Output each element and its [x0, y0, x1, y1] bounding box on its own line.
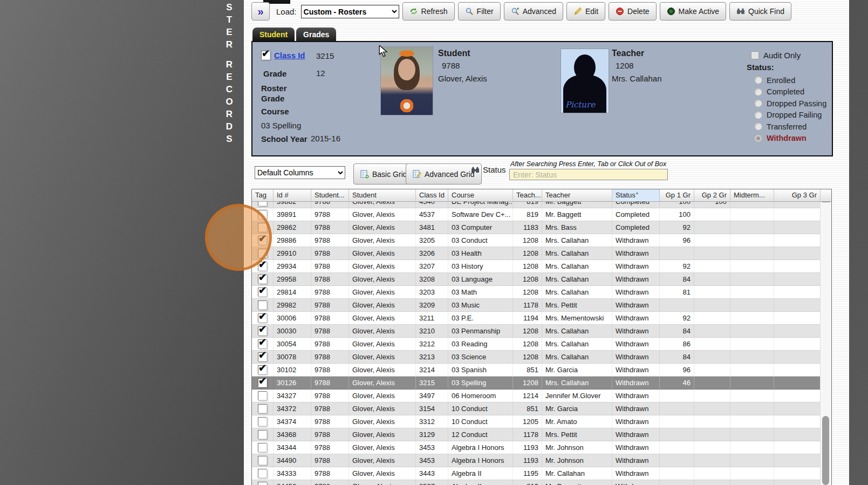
column-header-class-id[interactable]: Class Id: [416, 189, 448, 201]
row-tag-checkbox[interactable]: [258, 288, 267, 297]
make-active-button[interactable]: Make Active: [660, 2, 726, 21]
row-tag-checkbox[interactable]: [258, 417, 267, 426]
grid-vertical-scrollbar[interactable]: [820, 189, 831, 485]
row-tag-checkbox[interactable]: [258, 430, 267, 439]
row-tag-checkbox[interactable]: [258, 201, 267, 206]
status-search-input[interactable]: [509, 169, 668, 180]
row-tag-checkbox[interactable]: [258, 404, 267, 413]
table-row[interactable]: 300549788Glover, Alexis321203 Reading120…: [252, 338, 821, 351]
table-row[interactable]: 301029788Glover, Alexis321403 Spanish851…: [252, 364, 821, 377]
table-row[interactable]: 300309788Glover, Alexis321003 Penmanship…: [252, 325, 821, 338]
radio-icon[interactable]: [754, 88, 762, 96]
expand-button[interactable]: »: [251, 2, 270, 21]
radio-icon[interactable]: [754, 122, 762, 131]
column-header-course[interactable]: Course: [448, 189, 513, 201]
cell-id: 29934: [274, 260, 311, 272]
column-header-teach-[interactable]: Teach...: [513, 189, 542, 201]
student-id: 9788: [442, 61, 557, 70]
cell-gp1: 86: [660, 338, 694, 350]
table-row[interactable]: 298149788Glover, Alexis320303 Math1208Mr…: [252, 286, 821, 299]
table-row[interactable]: 299829788Glover, Alexis320903 Music1178M…: [252, 299, 821, 312]
row-tag-checkbox[interactable]: [258, 482, 267, 485]
row-tag-checkbox[interactable]: [258, 469, 267, 478]
row-tag-checkbox[interactable]: [258, 365, 267, 374]
cell-id: 30030: [274, 325, 311, 337]
course-value: 03 Spelling: [261, 121, 301, 130]
table-row[interactable]: 343689788Glover, Alexis312912 Conduct117…: [252, 428, 821, 441]
cell-gp3: [774, 441, 821, 454]
radio-icon[interactable]: [754, 111, 762, 119]
table-row[interactable]: 299589788Glover, Alexis320803 Language12…: [252, 273, 821, 286]
cell-gp3: [774, 390, 821, 402]
table-row[interactable]: 344909788Glover, Alexis3453Algebra I Hon…: [252, 454, 821, 467]
table-row[interactable]: 343449788Glover, Alexis3453Algebra I Hon…: [252, 441, 821, 454]
class-id-link[interactable]: Class Id: [274, 51, 305, 60]
scrollbar-thumb[interactable]: [822, 416, 829, 485]
table-row[interactable]: 398919788Glover, Alexis4537Software Dev …: [252, 208, 821, 221]
table-row[interactable]: 343729788Glover, Alexis315410 Conduct851…: [252, 402, 821, 415]
table-row[interactable]: 300069788Glover, Alexis321103 P.E.1194Mr…: [252, 312, 821, 325]
column-header-gp-2-gr[interactable]: Gp 2 Gr: [694, 189, 730, 201]
table-row[interactable]: 343749788Glover, Alexis331210 Conduct120…: [252, 415, 821, 428]
radio-icon[interactable]: [754, 134, 762, 142]
column-header-teacher[interactable]: Teacher: [542, 189, 612, 201]
active-circle-icon: [667, 7, 675, 16]
tab-student[interactable]: Student: [252, 28, 295, 42]
quick-find-button[interactable]: Quick Find: [729, 2, 791, 21]
tab-grades[interactable]: Grades: [296, 28, 336, 42]
class-id-checkbox[interactable]: [261, 51, 270, 60]
column-header-student-[interactable]: Student...: [311, 189, 349, 201]
row-tag-checkbox[interactable]: [258, 313, 267, 323]
row-tag-checkbox[interactable]: [258, 456, 267, 465]
row-tag-checkbox[interactable]: [258, 326, 267, 336]
column-header-id-[interactable]: Id #: [274, 189, 311, 201]
table-row[interactable]: 343339788Glover, Alexis3443Algebra II119…: [252, 467, 821, 480]
column-header-tag[interactable]: Tag: [252, 189, 274, 201]
status-option-transferred[interactable]: Transferred: [754, 121, 826, 133]
table-row[interactable]: 298869788Glover, Alexis320503 Conduct120…: [252, 234, 821, 247]
cell-student_id: 9788: [311, 364, 349, 376]
filter-button[interactable]: Filter: [458, 2, 501, 21]
row-tag-checkbox[interactable]: [258, 300, 267, 310]
table-row[interactable]: 299109788Glover, Alexis320603 Health1208…: [252, 247, 821, 260]
row-tag-checkbox[interactable]: [258, 275, 267, 284]
column-header-midterm-[interactable]: Midterm...: [730, 189, 774, 201]
table-row[interactable]: 300789788Glover, Alexis321303 Science120…: [252, 351, 821, 364]
cell-student_id: 9788: [311, 260, 349, 272]
table-row[interactable]: 344569788Glover, Alexis3507Algebra II819…: [252, 480, 821, 485]
column-header-student[interactable]: Student: [349, 189, 416, 201]
load-select[interactable]: Custom - Rosters: [301, 5, 399, 18]
status-option-label: Dropped Passing: [767, 99, 826, 108]
row-tag-checkbox[interactable]: [258, 443, 267, 452]
edit-button[interactable]: Edit: [566, 2, 605, 21]
table-row[interactable]: 301269788Glover, Alexis321503 Spelling12…: [252, 377, 821, 390]
status-option-withdrawn[interactable]: Withdrawn: [754, 133, 826, 145]
radio-icon[interactable]: [754, 99, 762, 107]
refresh-button[interactable]: Refresh: [402, 2, 455, 21]
advanced-grid-button[interactable]: Advanced Grid: [406, 163, 482, 185]
status-option-enrolled[interactable]: Enrolled: [754, 74, 826, 86]
column-header-gp-3-gr[interactable]: Gp 3 Gr: [774, 189, 821, 201]
row-tag-checkbox[interactable]: [258, 391, 267, 400]
row-tag-checkbox[interactable]: [258, 352, 267, 361]
table-row[interactable]: 343279788Glover, Alexis349706 Homeroom12…: [252, 390, 821, 402]
status-option-dropped-passing[interactable]: Dropped Passing: [754, 98, 826, 110]
table-row[interactable]: 398829788Glover, Alexis4540DE Project Ma…: [252, 201, 821, 208]
delete-button[interactable]: Delete: [609, 2, 656, 21]
table-row[interactable]: 299349788Glover, Alexis320703 History120…: [252, 260, 821, 273]
audit-only-checkbox[interactable]: [751, 51, 759, 59]
row-tag-checkbox[interactable]: [258, 339, 267, 349]
basic-grid-button[interactable]: Basic Grid: [353, 163, 414, 185]
cell-teacher_id: 1205: [513, 415, 542, 428]
table-row[interactable]: 298629788Glover, Alexis348103 Computer11…: [252, 221, 821, 234]
column-header-gp-1-gr[interactable]: Gp 1 Gr: [660, 189, 694, 201]
radio-icon[interactable]: [754, 76, 762, 84]
row-tag-checkbox[interactable]: [258, 378, 267, 387]
advanced-button[interactable]: Advanced: [504, 2, 563, 21]
photo-face: [398, 59, 415, 80]
columns-select[interactable]: Default Columns: [255, 166, 345, 179]
column-header-status[interactable]: Status▲: [612, 189, 660, 201]
cell-id: 34368: [274, 428, 311, 441]
status-option-dropped-failing[interactable]: Dropped Failing: [754, 110, 826, 121]
status-option-completed[interactable]: Completed: [754, 86, 826, 98]
